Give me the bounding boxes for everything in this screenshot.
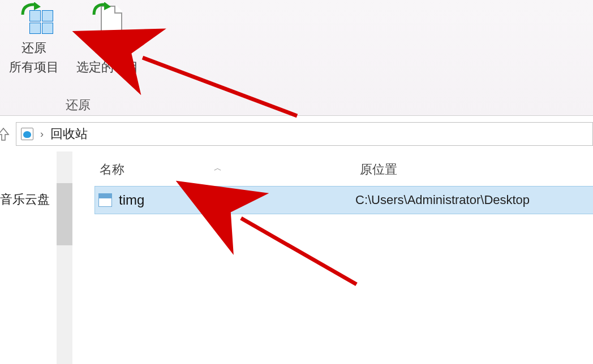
nav-scrollbar[interactable] [57, 151, 72, 364]
ribbon-group-restore: 还原 所有项目 还原 选定的项目 还原 [0, 0, 156, 116]
recycle-bin-icon [21, 128, 33, 140]
column-headers: 名称 ︿ 原位置 [95, 153, 593, 187]
restore-all-button[interactable]: 还原 所有项目 [0, 2, 68, 77]
cell-original-location: C:\Users\Administrator\Desktop [355, 193, 593, 207]
restore-selected-label-1: 还原 [68, 38, 147, 58]
table-row[interactable]: timg C:\Users\Administrator\Desktop [95, 187, 593, 214]
up-arrow-icon [0, 127, 10, 141]
restore-all-label-2: 所有项目 [0, 58, 68, 77]
restore-selected-button[interactable]: 还原 选定的项目 [68, 2, 147, 77]
cell-name: timg [95, 192, 355, 208]
nav-tree: ︿ 音乐云盘 [0, 151, 57, 364]
file-icon [98, 193, 112, 207]
file-list: 名称 ︿ 原位置 timg C:\Users\Administrator\Des… [95, 153, 593, 364]
breadcrumb-location[interactable]: 回收站 [50, 125, 88, 142]
column-header-original-location[interactable]: 原位置 [355, 161, 593, 178]
nav-up-button[interactable] [0, 126, 11, 142]
restore-selected-icon [91, 2, 124, 34]
restore-all-icon [17, 2, 51, 34]
ribbon-group-caption: 还原 [0, 97, 156, 114]
address-bar: › 回收站 [0, 122, 593, 146]
nav-item-cloud-music[interactable]: 音乐云盘 [0, 151, 57, 208]
address-box[interactable]: › 回收站 [16, 122, 593, 146]
column-header-name-label: 名称 [100, 162, 124, 176]
breadcrumb-separator-icon: › [40, 128, 44, 140]
restore-all-label-1: 还原 [0, 38, 68, 58]
sort-caret-icon: ︿ [214, 163, 222, 174]
restore-selected-label-2: 选定的项目 [68, 58, 147, 77]
column-header-name[interactable]: 名称 ︿ [95, 161, 355, 178]
ribbon: 还原 所有项目 还原 选定的项目 还原 [0, 0, 593, 116]
svg-marker-0 [34, 2, 41, 10]
nav-scrollbar-thumb[interactable] [57, 183, 72, 245]
file-name: timg [119, 192, 144, 208]
svg-marker-1 [104, 2, 111, 10]
